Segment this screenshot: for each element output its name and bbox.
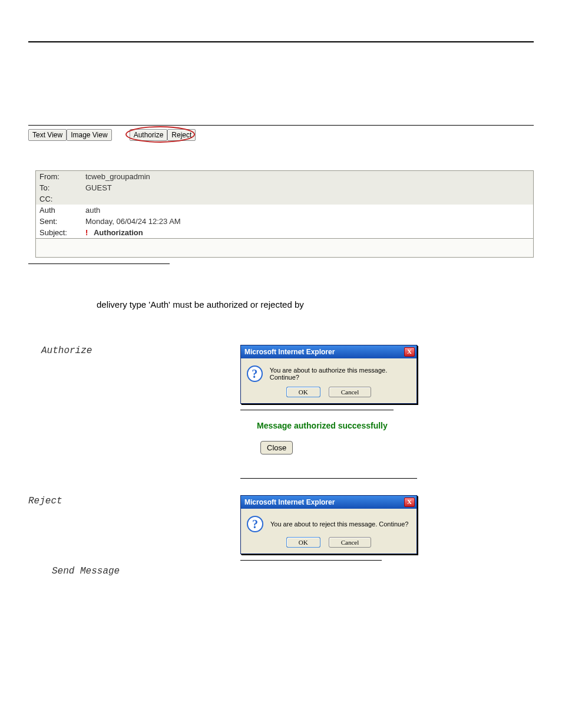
auth-button-group: AuthorizeReject	[130, 129, 196, 141]
table-row: Subject: ! Authorization	[36, 227, 533, 238]
to-label: To:	[36, 182, 82, 193]
from-label: From:	[36, 171, 82, 182]
subject-value: Authorization	[94, 228, 143, 237]
document-page: Text ViewImage View AuthorizeReject From…	[0, 0, 562, 612]
table-row: Authauth	[36, 205, 533, 216]
question-icon: ?	[247, 516, 263, 532]
top-rule	[28, 41, 534, 42]
ok-button[interactable]: OK	[286, 537, 320, 548]
message-header-panel: From:tcweb_groupadmin To:GUEST CC: Autha…	[35, 170, 534, 258]
dialog-message: You are about to reject this message. Co…	[270, 521, 408, 528]
dialog-titlebar: Microsoft Internet Explorer X	[241, 345, 416, 358]
success-message: Message authorized successfully	[257, 421, 534, 430]
priority-icon: !	[85, 228, 88, 237]
close-icon[interactable]: X	[404, 347, 415, 357]
reject-button[interactable]: Reject	[167, 129, 196, 141]
message-header-table: From:tcweb_groupadmin To:GUEST CC: Autha…	[36, 171, 533, 238]
reject-label: Reject	[28, 496, 62, 506]
message-toolbar: Text ViewImage View AuthorizeReject	[28, 129, 534, 141]
close-button[interactable]: Close	[260, 441, 293, 454]
view-button-group: Text ViewImage View	[28, 129, 112, 141]
section-rule	[28, 125, 534, 126]
caption-rule	[240, 410, 394, 410]
authorize-label: Authorize	[41, 345, 92, 356]
table-row: CC:	[36, 193, 533, 205]
ok-button[interactable]: OK	[286, 387, 320, 397]
caption-rule	[28, 263, 170, 264]
message-body-area	[36, 238, 533, 257]
close-icon[interactable]: X	[404, 498, 415, 507]
authorize-confirm-dialog: Microsoft Internet Explorer X ? You are …	[240, 345, 417, 404]
caption-rule	[240, 478, 417, 479]
dialog-title: Microsoft Internet Explorer	[244, 498, 335, 506]
caption-rule	[240, 560, 382, 561]
image-view-button[interactable]: Image View	[67, 129, 111, 141]
authorize-row: Authorize Microsoft Internet Explorer X …	[28, 345, 534, 489]
reject-row: Reject Microsoft Internet Explorer X ? Y…	[28, 495, 534, 571]
sent-label: Sent:	[36, 216, 82, 227]
reject-confirm-dialog: Microsoft Internet Explorer X ? You are …	[240, 495, 417, 554]
authorize-button[interactable]: Authorize	[130, 129, 168, 141]
cc-label: CC:	[36, 193, 82, 205]
cancel-button[interactable]: Cancel	[329, 387, 372, 397]
auth-label: Auth	[36, 205, 82, 216]
description-text: delivery type 'Auth' must be authorized …	[97, 299, 534, 309]
sent-value: Monday, 06/04/24 12:23 AM	[82, 216, 533, 227]
to-value: GUEST	[82, 182, 533, 193]
dialog-message: You are about to authorize this message.…	[270, 367, 411, 381]
dialog-title: Microsoft Internet Explorer	[244, 348, 335, 356]
dialog-titlebar: Microsoft Internet Explorer X	[241, 496, 416, 509]
question-icon: ?	[247, 365, 263, 382]
cc-value	[82, 193, 533, 205]
from-value: tcweb_groupadmin	[82, 171, 533, 182]
text-view-button[interactable]: Text View	[28, 129, 67, 141]
table-row: To:GUEST	[36, 182, 533, 193]
table-row: Sent:Monday, 06/04/24 12:23 AM	[36, 216, 533, 227]
auth-value: auth	[82, 205, 533, 216]
cancel-button[interactable]: Cancel	[329, 537, 372, 548]
subject-label: Subject:	[36, 227, 82, 238]
table-row: From:tcweb_groupadmin	[36, 171, 533, 182]
send-message-label: Send Message	[52, 566, 120, 577]
